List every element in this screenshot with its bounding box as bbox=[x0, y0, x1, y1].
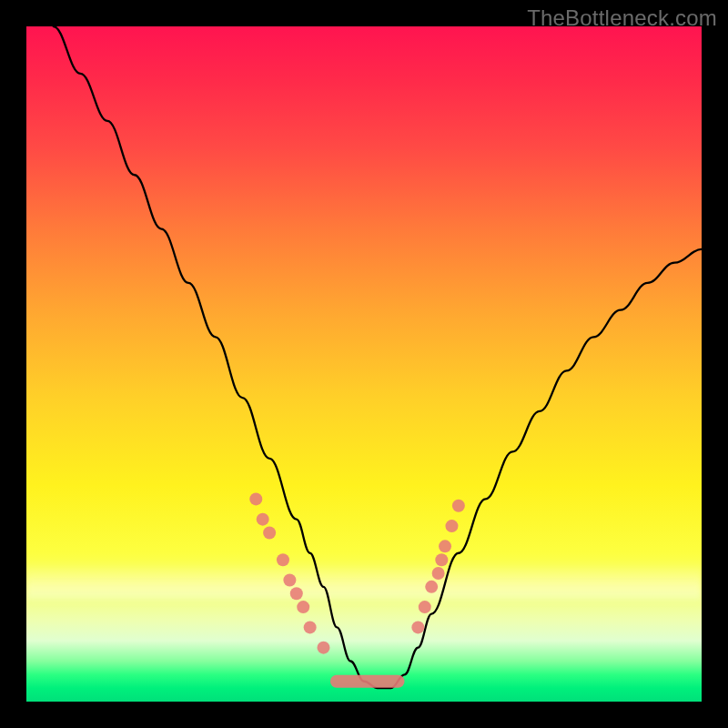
highlight-point bbox=[290, 587, 303, 600]
highlight-point bbox=[411, 621, 424, 633]
highlight-point bbox=[257, 513, 269, 526]
highlight-point bbox=[283, 573, 296, 586]
highlight-point bbox=[435, 553, 448, 566]
highlight-point bbox=[452, 500, 465, 512]
watermark-text: TheBottleneck.com bbox=[527, 5, 717, 31]
chart-svg bbox=[26, 26, 702, 702]
trough-bar bbox=[330, 675, 405, 688]
bottleneck-curve bbox=[54, 26, 702, 688]
highlight-point bbox=[425, 581, 438, 593]
plot-area bbox=[26, 26, 702, 702]
highlight-markers-right bbox=[411, 500, 465, 634]
highlight-point bbox=[419, 601, 431, 613]
highlight-point bbox=[439, 540, 451, 552]
chart-frame: TheBottleneck.com bbox=[0, 0, 728, 728]
highlight-point bbox=[263, 527, 276, 540]
highlight-point bbox=[249, 492, 262, 505]
highlight-point bbox=[445, 520, 458, 532]
highlight-point bbox=[317, 642, 329, 654]
highlight-point bbox=[432, 567, 445, 580]
highlight-point bbox=[297, 601, 309, 613]
highlight-point bbox=[277, 553, 289, 566]
highlight-point bbox=[304, 621, 317, 633]
